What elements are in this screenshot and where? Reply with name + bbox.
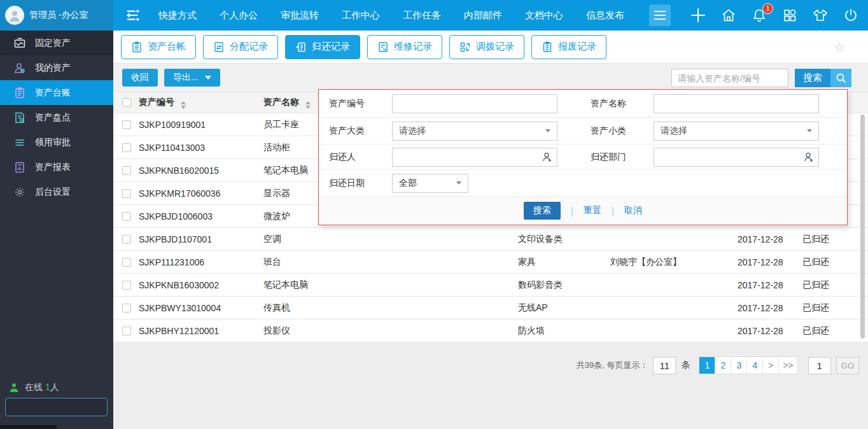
row-checkbox[interactable] xyxy=(122,166,131,175)
row-checkbox[interactable] xyxy=(122,235,131,244)
favorite-star-icon[interactable]: ☆ xyxy=(834,31,845,64)
row-checkbox[interactable] xyxy=(122,304,131,313)
next-page-button[interactable]: > xyxy=(763,357,779,374)
sort-icon[interactable] xyxy=(181,101,186,109)
page-button-2[interactable]: 2 xyxy=(715,357,731,374)
nav-item-work-tasks[interactable]: 工作任务 xyxy=(395,0,449,31)
table-row[interactable]: SJKPKNB16030002 笔记本电脑 数码影音类 2017-12-28 已… xyxy=(113,274,868,297)
recall-button[interactable]: 收回 xyxy=(122,69,158,87)
nav-item-approval-flow[interactable]: 审批流转 xyxy=(272,0,327,31)
return-date-select[interactable]: 全部 xyxy=(392,174,468,193)
sidebar-item-asset-ledger[interactable]: 资产台账 xyxy=(0,80,113,105)
tab-allocation-records[interactable]: 分配记录 xyxy=(203,35,278,59)
page-button-3[interactable]: 3 xyxy=(731,357,747,374)
topbar: 管理员 -办公室 快捷方式 个人办公 审批流转 工作中心 工作任务 内部邮件 文… xyxy=(0,0,868,31)
cell-person: 刘晓宇【办公室】 xyxy=(608,257,735,268)
row-checkbox[interactable] xyxy=(122,212,131,221)
page-size-input[interactable] xyxy=(653,357,676,374)
row-checkbox[interactable] xyxy=(122,327,131,335)
table-row[interactable]: SJKP111231006 班台 家具 刘晓宇【办公室】 2017-12-28 … xyxy=(113,251,868,274)
home-icon[interactable] xyxy=(720,7,737,24)
power-logout-icon[interactable] xyxy=(843,7,859,24)
divider: | xyxy=(612,206,614,216)
major-class-label: 资产大类 xyxy=(329,125,392,137)
cell-status: 已归还 xyxy=(800,257,857,268)
nav-item-internal-mail[interactable]: 内部邮件 xyxy=(456,0,510,31)
sidebar-item-label: 资产台账 xyxy=(35,87,71,99)
record-tabs: 资产台帐 分配记录 归还记录 维修记录 调拨记录 报废记录 ☆ xyxy=(113,31,868,64)
page-buttons: 1 2 3 4 > >> xyxy=(699,356,797,374)
cell-asset-code: SJKPBJD1107001 xyxy=(136,234,261,244)
search-icon-button[interactable] xyxy=(830,69,851,87)
row-checkbox[interactable] xyxy=(122,143,131,152)
table-row[interactable]: SJKPBJD1107001 空调 文印设备类 2017-12-28 已归还 xyxy=(113,228,868,251)
minor-class-select[interactable]: 请选择 xyxy=(654,122,819,141)
table-row[interactable]: SJKPBHY12120001 投影仪 防火墙 2017-12-28 已归还 xyxy=(113,320,868,342)
cell-asset-code: SJKP100919001 xyxy=(136,120,261,130)
more-menu-icon[interactable] xyxy=(649,4,671,26)
go-button[interactable]: GO xyxy=(836,357,859,374)
theme-shirt-icon[interactable] xyxy=(812,7,829,24)
sidebar-item-requisition-approval[interactable]: 领用审批 xyxy=(0,130,113,155)
vertical-scrollbar[interactable] xyxy=(860,115,865,339)
cancel-button[interactable]: 取消 xyxy=(624,205,642,216)
asset-name-field[interactable] xyxy=(654,94,819,113)
nav-item-document-center[interactable]: 文档中心 xyxy=(517,0,571,31)
sidebar-item-backend-settings[interactable]: 后台设置 xyxy=(0,179,113,204)
sidebar-item-asset-reports[interactable]: 资产报表 xyxy=(0,155,113,179)
return-person-field[interactable] xyxy=(392,148,557,167)
tab-label: 报废记录 xyxy=(558,41,596,53)
tab-asset-ledger[interactable]: 资产台帐 xyxy=(121,35,196,59)
doc-return-icon xyxy=(295,41,307,53)
page-button-1[interactable]: 1 xyxy=(699,357,715,374)
nav-item-work-center[interactable]: 工作中心 xyxy=(333,0,388,31)
cell-asset-code: SJKPKMR17060036 xyxy=(136,188,261,199)
sidebar-item-label: 资产报表 xyxy=(35,162,71,173)
return-dept-field[interactable] xyxy=(654,148,819,167)
topbar-user-area[interactable]: 管理员 -办公室 xyxy=(0,0,113,31)
search-button[interactable]: 搜索 xyxy=(795,69,830,87)
reset-button[interactable]: 重置 xyxy=(584,205,601,216)
nav-item-info-publish[interactable]: 信息发布 xyxy=(578,0,633,31)
apps-grid-icon[interactable] xyxy=(781,7,798,24)
asset-code-field[interactable] xyxy=(392,94,557,113)
row-checkbox[interactable] xyxy=(122,258,131,267)
row-checkbox[interactable] xyxy=(122,120,131,129)
table-row[interactable]: SJKPBWY13010004 传真机 无线AP 2017-12-28 已归还 xyxy=(113,297,868,320)
user-add-icon[interactable] xyxy=(803,151,815,165)
sidebar-item-fixed-assets[interactable]: 固定资产 xyxy=(0,31,113,55)
page-jump-input[interactable] xyxy=(808,357,831,374)
panel-search-button[interactable]: 搜索 xyxy=(524,202,561,220)
sidebar: 固定资产 我的资产 资产台账 资产盘点 领用审批 资产报表 后台设置 xyxy=(0,31,113,429)
row-checkbox[interactable] xyxy=(122,281,131,290)
tab-return-records[interactable]: 归还记录 xyxy=(285,35,360,59)
header-asset-code[interactable]: 资产编号 xyxy=(136,97,261,109)
asset-search-input[interactable] xyxy=(671,69,788,87)
online-status: 在线 1人 xyxy=(9,382,59,393)
sort-icon[interactable] xyxy=(305,101,311,109)
page-button-4[interactable]: 4 xyxy=(747,357,763,374)
tab-repair-records[interactable]: 维修记录 xyxy=(367,35,442,59)
tab-label: 分配记录 xyxy=(230,41,268,53)
cell-asset-name: 投影仪 xyxy=(261,325,515,337)
search-icon xyxy=(836,73,847,84)
sidebar-item-asset-inventory[interactable]: 资产盘点 xyxy=(0,105,113,130)
nav-item-shortcuts[interactable]: 快捷方式 xyxy=(150,0,205,31)
collapse-menu-icon[interactable] xyxy=(122,4,144,26)
last-page-button[interactable]: >> xyxy=(779,357,797,374)
user-add-icon[interactable] xyxy=(542,151,553,165)
add-icon[interactable] xyxy=(690,7,706,24)
tab-scrap-records[interactable]: 报废记录 xyxy=(531,35,606,59)
nav-item-personal-office[interactable]: 个人办公 xyxy=(211,0,266,31)
sidebar-item-my-assets[interactable]: 我的资产 xyxy=(0,55,113,80)
chevron-down-icon xyxy=(456,181,461,185)
row-checkbox[interactable] xyxy=(122,189,131,198)
cell-status: 已归还 xyxy=(800,325,857,337)
notifications-bell-icon[interactable]: 1 xyxy=(751,7,767,24)
tab-label: 归还记录 xyxy=(312,41,350,53)
tab-transfer-records[interactable]: 调拨记录 xyxy=(449,35,524,59)
major-class-select[interactable]: 请选择 xyxy=(392,122,557,141)
export-button[interactable]: 导出... xyxy=(164,69,220,87)
select-all-checkbox[interactable] xyxy=(122,98,131,107)
sidebar-search-input[interactable] xyxy=(6,402,128,412)
